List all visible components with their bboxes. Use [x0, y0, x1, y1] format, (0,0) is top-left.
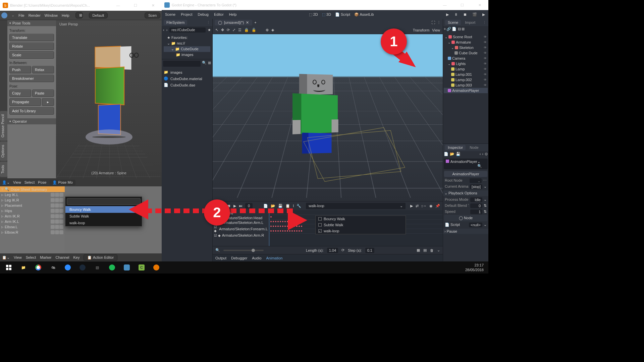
zoom-taskbar-icon[interactable] — [61, 262, 74, 273]
length-field[interactable]: 1.04 — [327, 248, 338, 253]
insp-tool-1[interactable]: 📄 — [444, 152, 448, 157]
mode-2d[interactable]: ⬚ 2D — [309, 12, 318, 17]
node-tab[interactable]: Node — [468, 145, 480, 149]
menu-view[interactable]: View — [13, 180, 21, 184]
fs-search-input[interactable] — [163, 61, 201, 67]
val-current-anim[interactable]: [stop] — [470, 184, 482, 189]
node-cubedude[interactable]: Cube Dude👁 — [444, 50, 488, 56]
mode-assetlib[interactable]: 📦 AssetLib — [354, 12, 374, 17]
blender-3d-viewport[interactable]: User Persp (20) Armature : Spine — [56, 20, 162, 178]
chrome-icon[interactable] — [32, 262, 45, 273]
insp-back[interactable]: ‹ — [480, 152, 481, 157]
minimize-button[interactable]: — — [439, 3, 451, 7]
tab-animation[interactable]: Animation — [266, 256, 283, 260]
anim-last-icon[interactable]: ⏭ — [239, 204, 243, 208]
tab-grease-pencil[interactable]: Grease Pencil — [0, 111, 7, 141]
stop-button[interactable]: ⏹ — [463, 12, 467, 16]
val-blend-time[interactable]: 0 — [470, 203, 482, 208]
copy-button[interactable]: Copy — [9, 89, 31, 97]
minimize-button[interactable]: — — [112, 3, 124, 8]
blender-taskbar-icon[interactable] — [150, 262, 163, 273]
anim-save-icon[interactable]: 💾 — [278, 204, 283, 208]
val-root-node[interactable]: .. — [470, 178, 482, 183]
channel-leg-ik-r[interactable]: ▷Leg IK.R — [0, 197, 65, 203]
menu-select[interactable]: Select — [24, 180, 35, 184]
menu-file[interactable]: File — [18, 13, 24, 17]
add-node-icon[interactable]: + — [444, 27, 446, 33]
folder-images[interactable]: 📁 images — [164, 52, 210, 58]
play-scene-button[interactable]: 🎬 — [472, 12, 477, 17]
insp-tool-2[interactable]: 📂 — [450, 152, 454, 157]
channel-arm-ik-l[interactable]: ▷Arm IK.L — [0, 219, 65, 224]
layout-selector[interactable]: Default — [89, 12, 108, 18]
rotate-tool-icon[interactable]: ⟳ — [227, 28, 230, 32]
path-field[interactable]: res://CubeDude — [169, 27, 206, 33]
unlock-icon[interactable]: 🔓 — [252, 28, 256, 32]
steam-icon[interactable] — [76, 262, 89, 273]
channel-hips[interactable]: ▷Hips — [0, 208, 65, 214]
breakdowner-button[interactable]: Breakdowner — [9, 75, 54, 82]
windows-taskbar[interactable]: 📁 🛍 ▧ C 23:1728/05/2018 — [0, 261, 488, 274]
insp-tool-3[interactable]: 💾 — [456, 152, 461, 157]
godot-taskbar-icon[interactable] — [120, 262, 133, 273]
step-field[interactable]: 0.1 — [365, 248, 374, 253]
blender-info-icon[interactable] — [1, 12, 7, 18]
scene-tab-unsaved[interactable]: ◯ [unsaved](*) ✕ — [215, 20, 252, 25]
list-tool-icon[interactable]: ☰ — [238, 28, 241, 32]
menu-select-2[interactable]: Select — [26, 255, 36, 259]
dopesheet-graph[interactable]: Bouncy Walk Subtle Walk walk-loop — [65, 186, 162, 253]
node-lamp3[interactable]: Lamp.003👁 — [444, 82, 488, 88]
menu-help-g[interactable]: Help — [229, 12, 237, 16]
app-icon-1[interactable]: ▧ — [91, 262, 104, 273]
menu-scene[interactable]: Scene — [165, 12, 175, 16]
mode-selector[interactable]: 👤 Pose Mo — [50, 180, 75, 185]
tab-options-icon[interactable]: ⋮ — [437, 20, 441, 25]
menu-help[interactable]: Help — [62, 13, 69, 17]
menu-project[interactable]: Project — [181, 12, 192, 16]
expand-icon-2[interactable]: ⊞ — [462, 27, 465, 33]
anim-rename-icon[interactable]: I — [293, 204, 294, 208]
collapse-icon[interactable]: ⊟ — [458, 27, 461, 33]
tab-options[interactable]: Options — [0, 141, 7, 161]
grid-view-icon[interactable]: ⊞ — [208, 61, 211, 67]
anim-item-bouncy[interactable]: Bouncy Walk — [316, 216, 406, 222]
menu-view-2[interactable]: View — [14, 255, 22, 259]
playback-section[interactable]: ⌄ Playback Options — [443, 190, 488, 196]
ft-icon-2[interactable]: ▤ — [423, 248, 427, 252]
mode-script[interactable]: 📄 Script — [335, 12, 350, 17]
tool-tabs[interactable]: Tools Options Grease Pencil — [0, 20, 7, 178]
scene-tree[interactable]: ⌄Scene Root👁 ⌄Armature👁 ⌄Skeleton👁 Cube … — [443, 34, 488, 143]
tool-icon[interactable]: ↕↔ — [421, 204, 427, 208]
editor-type-icon[interactable]: 📋⌄ — [2, 255, 10, 260]
propagate-menu-button[interactable]: ▸ — [42, 98, 54, 106]
tab-tools[interactable]: Tools — [0, 162, 7, 177]
channel-placement[interactable]: ▷Placement — [0, 203, 65, 208]
mode-3d[interactable]: ⬚ 3D — [322, 12, 331, 17]
track-arm-r[interactable]: ☑ ◆ Armature/Skeleton:Arm.R — [214, 233, 268, 238]
pin-icon[interactable]: 📌 — [435, 204, 440, 208]
tab-debugger[interactable]: Debugger — [231, 256, 247, 260]
back-layout-button[interactable]: ⊞ — [75, 12, 83, 18]
edit-icon[interactable]: ⇄ — [416, 204, 419, 208]
camtasia-icon[interactable]: C — [135, 262, 148, 273]
anim-time-field[interactable]: 0 — [245, 203, 253, 208]
pose-tools-header[interactable]: Pose Tools — [7, 20, 56, 26]
anim-item-subtle[interactable]: Subtle Walk — [316, 222, 406, 228]
close-button[interactable]: ✕ — [147, 3, 159, 8]
insp-fwd[interactable]: › — [482, 152, 483, 157]
menu-debug[interactable]: Debug — [198, 12, 208, 16]
node-lights[interactable]: ⌄Lights👁 — [444, 61, 488, 66]
tab-audio[interactable]: Audio — [252, 256, 261, 260]
store-icon[interactable]: 🛍 — [46, 262, 60, 273]
ft-icon-3[interactable]: 🗑 — [430, 248, 434, 252]
scale-button[interactable]: Scale — [9, 51, 54, 59]
nav-back-icon[interactable]: ‹ — [163, 28, 164, 32]
blender-titlebar[interactable]: b Blender [C:\Users\Mikey\Documents\Repo… — [0, 0, 162, 11]
anim-tool-icon[interactable]: 🔧 — [297, 204, 301, 208]
menu-render[interactable]: Render — [29, 13, 41, 17]
node-animationplayer[interactable]: AnimationPlayer — [444, 88, 488, 93]
zoom-icon[interactable]: 🔍 — [215, 248, 220, 252]
autoplay-icon[interactable]: ▶ — [410, 204, 413, 208]
channel-leg-ik-l[interactable]: ▷Leg IK.L — [0, 192, 65, 197]
menu-editor[interactable]: Editor — [214, 12, 224, 16]
